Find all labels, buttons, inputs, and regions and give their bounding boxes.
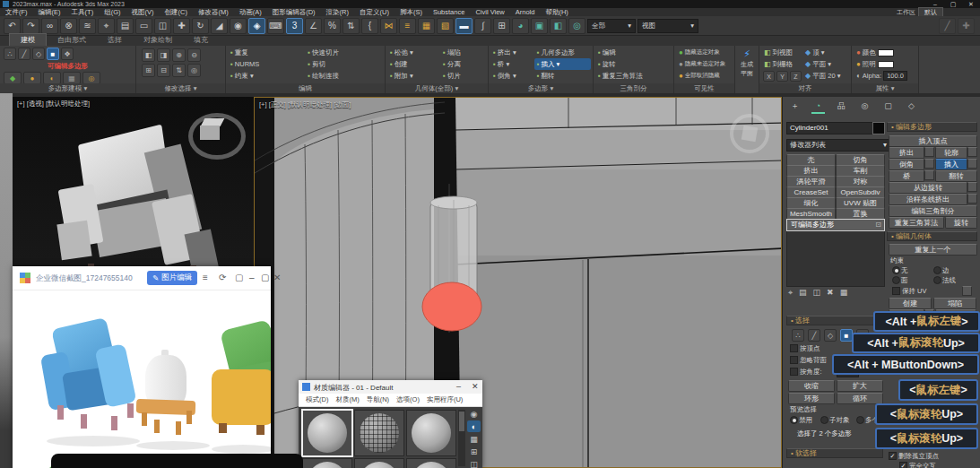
matedit-menu-item[interactable]: 导航(N) bbox=[364, 395, 392, 404]
menu-item[interactable]: Civil View bbox=[470, 8, 509, 16]
layer-explorer-icon[interactable]: ▧ bbox=[437, 18, 454, 34]
menu-item[interactable]: 文件(F) bbox=[0, 8, 33, 17]
menu-item[interactable]: 创建(C) bbox=[160, 8, 193, 17]
redo-icon[interactable]: ↷ bbox=[22, 18, 39, 34]
render-setup-icon[interactable]: ▣ bbox=[531, 18, 548, 34]
axis-button[interactable]: X bbox=[763, 71, 775, 82]
selection-filter-dropdown[interactable]: 全部▾ bbox=[587, 19, 636, 33]
generate-plane-button[interactable]: ⚡ 生成 平面 bbox=[735, 46, 759, 78]
menu-item[interactable]: 脚本(S) bbox=[395, 8, 428, 17]
matedit-menu-item[interactable]: 实用程序(U) bbox=[424, 395, 465, 404]
rollout-soft-selection[interactable]: • 软选择 bbox=[786, 448, 883, 458]
ribbon-item[interactable]: ▪重复 bbox=[228, 47, 303, 58]
extrude-button[interactable]: 挤出 bbox=[889, 147, 924, 159]
ribbon-item[interactable]: ◆顶 ▾ bbox=[802, 47, 843, 58]
menu-item[interactable]: 组(G) bbox=[99, 8, 126, 17]
constraint-none-radio[interactable] bbox=[892, 266, 900, 274]
grow-icon[interactable]: ◧ bbox=[142, 48, 155, 62]
axis-button[interactable]: Z bbox=[790, 71, 802, 82]
ring-icon[interactable]: ⊖ bbox=[187, 48, 201, 62]
expand-icon[interactable]: ▢ bbox=[235, 273, 243, 282]
crosshair-icon[interactable]: ✚ bbox=[958, 18, 975, 34]
bevel-settings-icon[interactable] bbox=[924, 159, 934, 169]
select-object-icon[interactable]: ⌖ bbox=[98, 18, 115, 34]
ribbon-item[interactable]: ▪塌陷 bbox=[440, 47, 486, 58]
ribbon-item[interactable]: ▪插入 ▾ bbox=[534, 58, 591, 70]
material-editor-icon[interactable]: ◕ bbox=[512, 18, 529, 34]
vertex-alpha-item[interactable]: ◐ Alpha: 100.0 bbox=[854, 70, 910, 82]
full-interactivity-checkbox[interactable]: ✓ bbox=[899, 462, 907, 468]
panel-label[interactable]: 几何体(全部) ▾ bbox=[386, 83, 488, 93]
ribbon-tab[interactable]: 选择 bbox=[97, 34, 133, 46]
backlight-icon[interactable]: ◐ bbox=[467, 420, 481, 432]
material-slot[interactable] bbox=[406, 410, 456, 456]
ribbon-item[interactable]: ▪剪切 bbox=[305, 58, 383, 70]
material-slot[interactable] bbox=[354, 410, 404, 456]
named-sets-icon[interactable]: { bbox=[361, 18, 378, 34]
remove-modifier-icon[interactable]: ✖ bbox=[827, 288, 834, 298]
ribbon-item[interactable]: ▪切片 bbox=[440, 70, 486, 82]
ribbon-item[interactable]: ◆平面 20 ▾ bbox=[802, 70, 843, 82]
bridge-button[interactable]: 桥 bbox=[889, 170, 924, 182]
schematic-view-icon[interactable]: ⊞ bbox=[493, 18, 510, 34]
rollout-edit-geometry[interactable]: • 编辑几何体 bbox=[887, 231, 977, 241]
object-name-field[interactable]: Cylinder001 bbox=[786, 122, 873, 134]
show-end-result-icon[interactable]: ▤ bbox=[799, 288, 807, 298]
move-icon[interactable]: ✚ bbox=[173, 18, 190, 34]
bind-spacewarp-icon[interactable]: ≋ bbox=[79, 18, 96, 34]
rollout-selection[interactable]: • 选择 bbox=[786, 316, 883, 325]
vertex-icon[interactable]: ∴ bbox=[4, 48, 16, 60]
stack-item-editable-poly[interactable]: 可编辑多边形 ⊡ bbox=[787, 220, 884, 230]
bridge-settings-icon[interactable] bbox=[924, 170, 934, 180]
edit-triangulation-button[interactable]: 编辑三角剖分 bbox=[889, 205, 977, 217]
create-tab[interactable]: ＋ bbox=[788, 100, 802, 112]
background-icon[interactable]: ▦ bbox=[467, 433, 481, 445]
lock-icon[interactable]: ⊡ bbox=[875, 220, 884, 230]
by-angle-checkbox[interactable] bbox=[790, 368, 798, 376]
by-vertex-checkbox[interactable] bbox=[790, 344, 798, 352]
make-unique-icon[interactable]: ◫ bbox=[813, 288, 821, 298]
panel-label[interactable]: 修改选择 ▾ bbox=[136, 83, 225, 93]
cap-tool-icon[interactable]: ▦ bbox=[63, 72, 81, 84]
panel-label[interactable]: 对齐 bbox=[759, 83, 851, 93]
menu-item[interactable]: 修改器(M) bbox=[193, 8, 234, 17]
material-editor-titlebar[interactable]: 材质编辑器 - 01 - Default – ✕ bbox=[299, 380, 482, 394]
menu-icon[interactable]: ≡ bbox=[203, 273, 208, 282]
ribbon-item[interactable]: ▪重复三角算法 bbox=[595, 70, 672, 82]
constraint-face-radio[interactable] bbox=[892, 276, 900, 284]
modifier-stack[interactable]: 可编辑多边形 ⊡ bbox=[786, 219, 885, 287]
ribbon-item[interactable]: ▪附加 ▾ bbox=[387, 70, 438, 82]
spline-extrude-settings-icon[interactable] bbox=[967, 194, 977, 204]
snap-axis-icon[interactable]: ╱ bbox=[939, 18, 956, 34]
ribbon-tab[interactable]: 自由形式 bbox=[47, 34, 97, 46]
border-icon[interactable]: ◇ bbox=[32, 48, 45, 60]
material-editor-window[interactable]: 材质编辑器 - 01 - Default – ✕ 模式(D)材质(M)导航(N)… bbox=[299, 380, 482, 468]
region-rect-icon[interactable]: ▭ bbox=[135, 18, 152, 34]
ignore-backfacing-checkbox[interactable] bbox=[790, 356, 798, 364]
menu-item[interactable]: 视图(V) bbox=[126, 8, 160, 17]
ribbon-toggle-icon[interactable]: ▬ bbox=[455, 18, 473, 34]
flip-button[interactable]: 翻转 bbox=[935, 170, 977, 182]
coordinate-system-dropdown[interactable]: 视图▾ bbox=[637, 19, 698, 33]
modifier-list-dropdown[interactable]: 修改器列表▾ bbox=[786, 139, 890, 152]
color-swatch[interactable] bbox=[878, 49, 894, 56]
bevel-button[interactable]: 倒角 bbox=[889, 159, 924, 170]
border-icon[interactable]: ◇ bbox=[824, 329, 837, 342]
collapse-tool-icon[interactable]: ◆ bbox=[4, 72, 22, 84]
outline-button[interactable]: 轮廓 bbox=[935, 147, 967, 159]
ribbon-item[interactable]: ●隐藏选定对象 bbox=[676, 47, 733, 58]
maximize-button[interactable]: ▢ bbox=[946, 0, 960, 8]
image-edit-button[interactable]: ✎图片编辑 bbox=[147, 271, 197, 285]
mirror-icon[interactable]: ⋈ bbox=[380, 18, 397, 34]
menu-item[interactable]: 工具(T) bbox=[66, 8, 100, 17]
loop-button[interactable]: 循环 bbox=[837, 393, 883, 404]
ribbon-item[interactable]: ▪约束 ▾ bbox=[228, 70, 303, 82]
rotate-icon[interactable]: ⟳ bbox=[219, 273, 226, 282]
create-button[interactable]: 创建 bbox=[889, 298, 932, 309]
ribbon-item[interactable]: ▪分离 bbox=[440, 58, 486, 70]
ribbon-item[interactable]: ▪挤出 ▾ bbox=[490, 47, 533, 58]
spinner-snap-icon[interactable]: ⇅ bbox=[343, 18, 360, 34]
material-slot[interactable] bbox=[354, 458, 404, 468]
ribbon-item[interactable]: ▪翻转 bbox=[534, 70, 591, 82]
wecom-maximize-button[interactable]: ▢ bbox=[261, 273, 269, 282]
